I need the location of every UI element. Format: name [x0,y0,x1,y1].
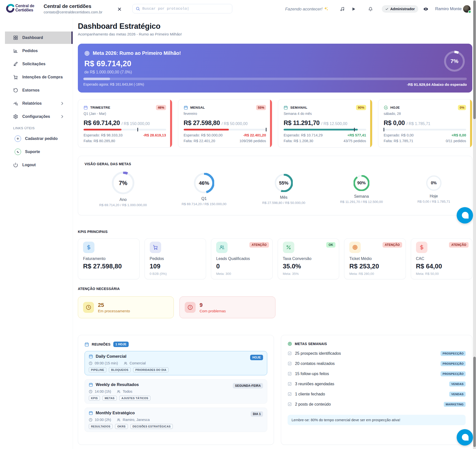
meetings-count-badge: 1 HOJE [113,342,129,347]
sidebar-item-suporte[interactable]: Suporte [5,146,73,158]
alert-com-problemas[interactable]: 9 Com problemas [179,296,275,318]
sidebar-item-estornos[interactable]: Estornos [5,84,73,96]
page-title: Dashboard Estratégico [78,22,160,31]
meta-banner: Meta 2026: Rumo ao Primeiro Milhão! R$ 6… [78,44,472,93]
check-icon [385,7,388,11]
whatsapp-icon [15,149,21,155]
app-title: Central de certidões [44,3,102,9]
checkbox-icon [288,351,292,355]
goal-item[interactable]: 1 cliente fechado VENDAS [288,389,466,399]
clock-icon [89,418,92,422]
goals-overview-card: VISÃO GERAL DAS METAS 7% Ano R$ 69.714,2… [78,156,472,215]
meeting-day-badge: DIA 1 [251,411,263,417]
alert-em-processamento[interactable]: 25 Em processamento [78,296,174,318]
attention-title: ATENÇÃO NECESSÁRIA [78,287,120,291]
meeting-tag: BLOQUEIOS [109,367,131,372]
music-icon[interactable] [340,6,345,11]
goal-item[interactable]: 15 follow-ups feitos PROSPECÇÃO [288,369,466,379]
sidebar-item-relatorios[interactable]: Relatórios [5,97,73,110]
play-icon[interactable] [352,7,356,11]
gauge-hoje: 0% Hoje R$ 0,00 / R$ 1.785,71 [396,156,472,216]
sidebar-item-pedidos[interactable]: Pedidos [5,45,73,57]
calendar-icon [89,411,93,415]
goal-item[interactable]: 3 reuniões agendadas VENDAS [288,379,466,389]
checkbox-icon [288,372,292,376]
meeting-tag: PIPELINE [89,367,106,372]
chevron-right-icon [60,101,65,106]
banner-delta: -R$ 91.929,64 Abaixo do esperado [407,82,467,87]
meetings-title: REUNIÕES [92,342,111,346]
sidebar-item-intencoes[interactable]: Intenções de Compra [5,71,73,83]
target-icon [84,51,90,56]
top-header: Central de Certidões Central de certidõe… [0,0,476,18]
banner-progress [83,78,467,80]
scrollbar-thumb[interactable] [473,0,476,119]
goal-item[interactable]: 20 contatos realizados PROSPECÇÃO [288,358,466,369]
meeting-monthly-estrategico[interactable]: Monthly Estratégico DIA 1 10:00 (2h) Ram… [85,408,267,432]
calendar-icon [284,105,288,110]
links-uteis-label: LINKS ÚTEIS [13,126,73,130]
card-edge-stripe [170,99,172,147]
search-placeholder: Buscar por protocolo| [142,7,189,11]
meetings-card: REUNIÕES 1 HOJE Daily Comercial HOJE 09:… [78,335,274,445]
bell-icon[interactable] [368,6,373,11]
meeting-day-badge: HOJE [250,355,263,360]
meeting-tag: KPIS [89,396,100,401]
status-badge: ATENÇÃO [449,242,469,248]
gauge-semana: 90% Semana R$ 11.291,70 / R$ 12.500,00 [324,156,400,216]
checkbox-icon [288,402,292,406]
meeting-daily-comercial[interactable]: Daily Comercial HOJE 09:00 (15 min) Come… [85,351,267,375]
pct-badge: 90% [356,105,366,110]
role-selector[interactable]: Administrador [382,5,418,13]
weekly-goals-card: METAS SEMANAIS 25 prospects identificado… [281,335,472,445]
status-badge: ATENÇÃO [383,242,402,248]
sidebar-item-cadastrar-pedido[interactable]: Cadastrar pedido [5,132,73,145]
goal-category-badge: PROSPECÇÃO [441,361,466,366]
chevron-right-icon [60,114,65,119]
progress-bar [84,129,166,130]
banner-value: R$ 69.714,20 [84,59,466,68]
users-icon [124,361,127,365]
chat-button[interactable] [457,429,473,446]
kpi-leads: ATENÇÃO Leads Qualificados 0 Meta: 300 [211,238,273,279]
chat-button[interactable] [457,207,473,224]
eye-icon[interactable] [423,6,428,12]
users-icon [216,242,228,253]
dashboard-icon [13,35,18,40]
avatar[interactable] [463,5,471,13]
logout-icon [13,162,18,167]
goal-item[interactable]: 25 prospects identificados PROSPECÇÃO [288,348,466,358]
goal-item[interactable]: 2 posts de conteúdo MARKETING [288,399,466,409]
meeting-tag: DECISÕES ESTRATÉGICAS [130,424,173,429]
chat-icon [462,434,469,441]
search-input[interactable]: Buscar por protocolo| [132,4,232,13]
period-card-semanal: SEMANAL 90% Semana 4 do mês R$ 11.291,70… [278,99,372,148]
brand-logo-icon [6,3,15,15]
sidebar-item-solicitacoes[interactable]: Solicitações [5,58,73,70]
kpis-title: KPIS PRINCIPAIS [78,230,108,234]
progress-bar [284,129,366,130]
sidebar-item-configuracoes[interactable]: Configurações [5,110,73,123]
scrollbar-thumb[interactable] [473,357,476,447]
sparkles-icon [324,6,328,11]
cart-icon [150,242,161,253]
banner-of-line: de R$ 1.000.000,00 (7.0%) [84,70,466,74]
clock-icon [89,361,92,365]
dollar-icon [83,242,94,253]
sidebar-item-dashboard[interactable]: Dashboard [5,32,73,44]
banner-expected: Esperado agora: R$ 161.643,84 (-16%) [83,82,144,87]
card-edge-stripe [270,99,272,147]
sidebar-item-logout[interactable]: Logout [5,159,73,171]
close-icon[interactable] [117,7,122,12]
plus-circle-icon [15,135,21,142]
kpi-ticket-medio: ATENÇÃO Ticket Médio R$ 253,20 Meta: R$ … [344,238,406,279]
status-badge: ATENÇÃO [249,242,269,248]
meeting-weekly-resultados[interactable]: Weekly de Resultados SEGUNDA-FEIRA 14:00… [85,379,267,404]
clock-icon [83,302,94,313]
weekly-goals-title: METAS SEMANAIS [295,342,327,346]
progress-bar [384,129,466,130]
undo-icon [13,88,18,93]
goal-category-badge: PROSPECÇÃO [441,371,466,376]
scrollbar[interactable] [473,0,476,449]
brand-wordmark: Central de Certidões [15,4,34,12]
